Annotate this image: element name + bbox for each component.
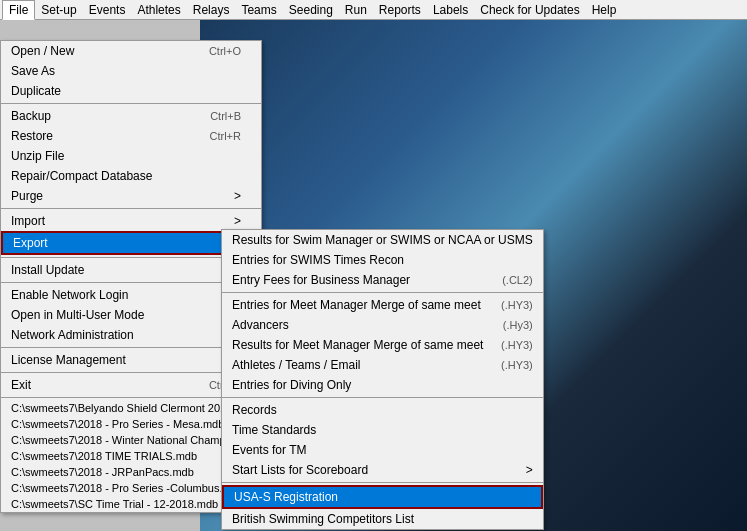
menubar-item-events[interactable]: Events bbox=[83, 1, 132, 19]
menu-item-restore[interactable]: Restore Ctrl+R bbox=[1, 126, 261, 146]
menu-item-unzip-file[interactable]: Unzip File bbox=[1, 146, 261, 166]
menu-item-backup[interactable]: Backup Ctrl+B bbox=[1, 106, 261, 126]
menubar-item-athletes[interactable]: Athletes bbox=[131, 1, 186, 19]
submenu-item-results-swim-manager[interactable]: Results for Swim Manager or SWIMS or NCA… bbox=[222, 230, 543, 250]
separator-2 bbox=[1, 208, 261, 209]
submenu-separator-1 bbox=[222, 292, 543, 293]
menubar-item-file[interactable]: File bbox=[2, 0, 35, 20]
menu-item-purge[interactable]: Purge > bbox=[1, 186, 261, 206]
start-lists-arrow-icon: > bbox=[526, 463, 533, 477]
menubar-item-labels[interactable]: Labels bbox=[427, 1, 474, 19]
menu-item-repair[interactable]: Repair/Compact Database bbox=[1, 166, 261, 186]
import-arrow-icon: > bbox=[234, 214, 241, 228]
menubar-item-help[interactable]: Help bbox=[586, 1, 623, 19]
menu-item-export-container: Export Results for Swim Manager or SWIMS… bbox=[1, 231, 261, 255]
submenu-item-entries-diving[interactable]: Entries for Diving Only bbox=[222, 375, 543, 395]
submenu-item-advancers[interactable]: Advancers (.Hy3) bbox=[222, 315, 543, 335]
export-submenu: Results for Swim Manager or SWIMS or NCA… bbox=[221, 229, 544, 530]
submenu-item-entries-swims[interactable]: Entries for SWIMS Times Recon bbox=[222, 250, 543, 270]
menubar-item-check-for-updates[interactable]: Check for Updates bbox=[474, 1, 585, 19]
menubar-item-reports[interactable]: Reports bbox=[373, 1, 427, 19]
submenu-separator-3 bbox=[222, 482, 543, 483]
submenu-item-time-standards[interactable]: Time Standards bbox=[222, 420, 543, 440]
submenu-item-start-lists[interactable]: Start Lists for Scoreboard > bbox=[222, 460, 543, 480]
purge-arrow-icon: > bbox=[234, 189, 241, 203]
menubar-item-seeding[interactable]: Seeding bbox=[283, 1, 339, 19]
submenu-item-records[interactable]: Records bbox=[222, 400, 543, 420]
content-area: Open / New Ctrl+O Save As Duplicate Back… bbox=[0, 20, 747, 531]
menu-item-open-new[interactable]: Open / New Ctrl+O bbox=[1, 41, 261, 61]
submenu-separator-2 bbox=[222, 397, 543, 398]
submenu-item-results-meet-manager[interactable]: Results for Meet Manager Merge of same m… bbox=[222, 335, 543, 355]
submenu-item-events-tm[interactable]: Events for TM bbox=[222, 440, 543, 460]
menubar-item-teams[interactable]: Teams bbox=[235, 1, 282, 19]
menubar-item-setup[interactable]: Set-up bbox=[35, 1, 82, 19]
submenu-item-usa-s-registration[interactable]: USA-S Registration bbox=[222, 485, 543, 509]
submenu-item-british-swimming[interactable]: British Swimming Competitors List bbox=[222, 509, 543, 529]
menubar-item-run[interactable]: Run bbox=[339, 1, 373, 19]
file-dropdown: Open / New Ctrl+O Save As Duplicate Back… bbox=[0, 40, 262, 513]
menu-item-save-as[interactable]: Save As bbox=[1, 61, 261, 81]
menubar: File Set-up Events Athletes Relays Teams… bbox=[0, 0, 747, 20]
submenu-item-entry-fees[interactable]: Entry Fees for Business Manager (.CL2) bbox=[222, 270, 543, 290]
menubar-item-relays[interactable]: Relays bbox=[187, 1, 236, 19]
submenu-item-entries-meet-manager[interactable]: Entries for Meet Manager Merge of same m… bbox=[222, 295, 543, 315]
menu-item-duplicate[interactable]: Duplicate bbox=[1, 81, 261, 101]
menu-item-import[interactable]: Import > bbox=[1, 211, 261, 231]
submenu-item-athletes-teams-email[interactable]: Athletes / Teams / Email (.HY3) bbox=[222, 355, 543, 375]
separator-1 bbox=[1, 103, 261, 104]
